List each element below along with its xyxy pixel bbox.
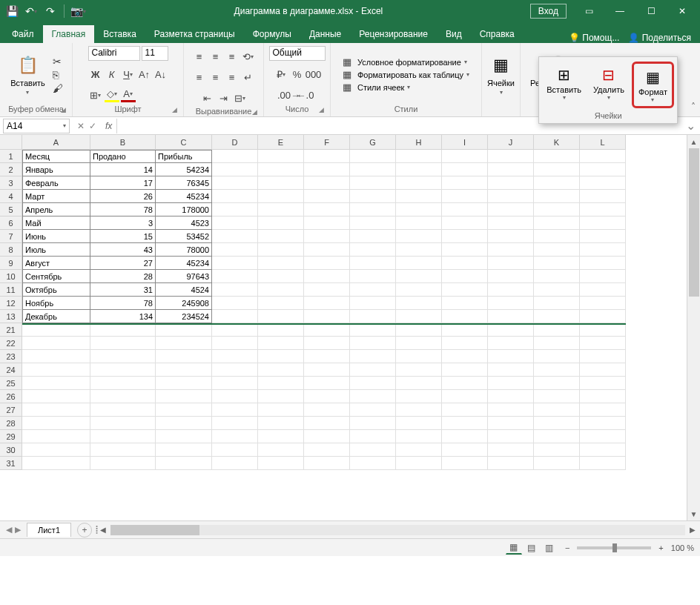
cell[interactable]	[534, 325, 580, 337]
column-header[interactable]: D	[212, 135, 258, 150]
cell[interactable]	[534, 150, 580, 163]
add-sheet-button[interactable]: +	[77, 523, 92, 538]
cell[interactable]: 4523	[156, 216, 212, 230]
cell[interactable]	[258, 150, 304, 163]
save-icon[interactable]: 💾	[3, 2, 21, 20]
tab-справка[interactable]: Справка	[471, 25, 524, 43]
cell[interactable]	[488, 443, 534, 457]
orientation-icon[interactable]: ⟲▾	[241, 49, 256, 64]
cell[interactable]	[396, 457, 442, 470]
cell[interactable]	[396, 243, 442, 257]
cell[interactable]	[212, 150, 258, 163]
cell[interactable]	[396, 297, 442, 310]
cell[interactable]	[396, 417, 442, 430]
cell[interactable]: 245908	[156, 297, 212, 310]
cell[interactable]	[488, 203, 534, 216]
cell[interactable]	[212, 457, 258, 470]
font-grow-icon[interactable]: A↑	[137, 67, 152, 82]
merge-button[interactable]: ⊟▾	[233, 90, 248, 105]
cell[interactable]	[488, 190, 534, 203]
cell[interactable]	[350, 203, 396, 216]
cell[interactable]: 78	[90, 297, 156, 310]
sheet-nav-next-icon[interactable]: ▶	[15, 525, 21, 535]
cell[interactable]: Июль	[22, 243, 90, 257]
cell[interactable]	[304, 297, 350, 310]
insert-cells-button[interactable]: ⊞ Вставить▾	[542, 62, 586, 108]
cell[interactable]: 15	[90, 230, 156, 243]
row-header[interactable]: 22	[0, 337, 22, 350]
cell[interactable]	[442, 457, 488, 470]
cell[interactable]	[156, 363, 212, 377]
ribbon-options-icon[interactable]: ▭	[574, 0, 604, 22]
cell[interactable]	[212, 430, 258, 443]
cell[interactable]	[212, 163, 258, 176]
cell[interactable]	[396, 257, 442, 270]
tab-данные[interactable]: Данные	[300, 25, 350, 43]
cell[interactable]: Месяц	[22, 150, 90, 163]
wrap-text-icon[interactable]: ↵	[241, 70, 256, 85]
cell[interactable]: Январь	[22, 163, 90, 176]
cell[interactable]: Декабрь	[22, 310, 90, 323]
cell[interactable]	[258, 190, 304, 203]
cell[interactable]	[488, 403, 534, 417]
cell[interactable]	[396, 377, 442, 390]
cell[interactable]	[580, 163, 626, 176]
cell[interactable]: 28	[90, 270, 156, 283]
cell[interactable]: 26	[90, 190, 156, 203]
column-header[interactable]: E	[258, 135, 304, 150]
cell[interactable]	[90, 337, 156, 350]
collapse-ribbon-icon[interactable]: ˄	[691, 102, 696, 112]
number-format-select[interactable]: Общий	[269, 46, 326, 61]
cell[interactable]	[534, 430, 580, 443]
currency-icon[interactable]: ₽▾	[274, 67, 288, 82]
cell[interactable]	[442, 310, 488, 323]
cell[interactable]	[396, 203, 442, 216]
cell[interactable]: 14	[90, 163, 156, 176]
cell[interactable]	[442, 257, 488, 270]
align-bottom-icon[interactable]: ≡	[225, 49, 240, 64]
cell[interactable]	[22, 325, 90, 337]
redo-icon[interactable]: ↷	[42, 2, 59, 20]
row-header[interactable]: 11	[0, 283, 22, 297]
column-header[interactable]: C	[156, 135, 212, 150]
row-header[interactable]: 4	[0, 190, 22, 203]
select-all-button[interactable]	[0, 135, 22, 150]
column-header[interactable]: I	[442, 135, 488, 150]
cell[interactable]	[396, 270, 442, 283]
column-header[interactable]: H	[396, 135, 442, 150]
tab-вставка[interactable]: Вставка	[94, 25, 145, 43]
cell[interactable]	[304, 243, 350, 257]
cell[interactable]	[22, 350, 90, 363]
cell[interactable]	[304, 377, 350, 390]
cell[interactable]	[350, 457, 396, 470]
fx-icon[interactable]: fx	[101, 121, 116, 131]
cell[interactable]	[304, 150, 350, 163]
cell[interactable]	[396, 176, 442, 190]
row-header[interactable]: 29	[0, 430, 22, 443]
row-header[interactable]: 26	[0, 390, 22, 403]
normal-view-icon[interactable]: ▦	[506, 541, 522, 555]
cell[interactable]	[90, 430, 156, 443]
cell[interactable]: 54234	[156, 163, 212, 176]
cell[interactable]	[258, 310, 304, 323]
cell[interactable]	[488, 430, 534, 443]
cell[interactable]	[90, 325, 156, 337]
cell[interactable]	[258, 337, 304, 350]
cell[interactable]	[258, 297, 304, 310]
row-header[interactable]: 7	[0, 230, 22, 243]
cell[interactable]	[350, 430, 396, 443]
cell[interactable]	[156, 430, 212, 443]
cell[interactable]	[580, 350, 626, 363]
cell[interactable]	[304, 203, 350, 216]
cell[interactable]	[258, 417, 304, 430]
cell[interactable]	[258, 443, 304, 457]
cell[interactable]	[396, 283, 442, 297]
scroll-left-icon[interactable]: ◀	[99, 526, 108, 534]
cell[interactable]: 76345	[156, 176, 212, 190]
cell[interactable]	[442, 325, 488, 337]
cell[interactable]: 4524	[156, 283, 212, 297]
cell[interactable]	[350, 403, 396, 417]
cell[interactable]	[350, 150, 396, 163]
cell[interactable]	[258, 377, 304, 390]
cell[interactable]: 53452	[156, 230, 212, 243]
